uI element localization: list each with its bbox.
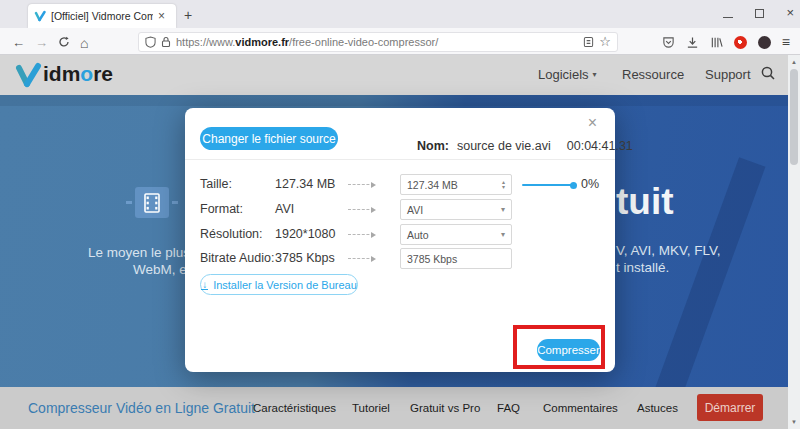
downloads-icon[interactable]	[686, 36, 699, 49]
size-input[interactable]: 127.34 MB ▴▾	[400, 174, 512, 195]
nav-item-support[interactable]: Support	[705, 67, 751, 82]
film-strip-icon	[135, 187, 169, 218]
hero-subtitle-frag-3: WebM, e	[133, 262, 187, 277]
footer-item-faq[interactable]: FAQ	[497, 402, 520, 414]
logo-wordmark: idmore	[43, 60, 113, 88]
progress-percent: 0%	[581, 177, 599, 191]
footer-item-caracteristiques[interactable]: Caractéristiques	[253, 402, 336, 414]
browser-tab[interactable]: [Officiel] Vidmore Compresseur ×	[28, 4, 176, 28]
tab-bar: [Officiel] Vidmore Compresseur × + ×	[0, 0, 800, 28]
tab-close-icon[interactable]: ×	[158, 9, 165, 23]
modal-close-icon[interactable]: ×	[588, 114, 597, 132]
forward-icon[interactable]: →	[35, 35, 48, 50]
vidmore-favicon-icon	[34, 10, 46, 22]
pocket-icon[interactable]	[662, 36, 675, 49]
install-desktop-button[interactable]: ↓ Installer la Version de Bureau	[200, 274, 358, 295]
spinner-icons[interactable]: ▴▾	[502, 180, 505, 190]
new-tab-button[interactable]: +	[184, 7, 192, 23]
chevron-down-icon: ▾	[501, 205, 505, 214]
bookmark-star-icon[interactable]: ☆	[599, 36, 611, 48]
hero-title-fragment: tuit	[616, 181, 674, 223]
row-taille: Taille: 127.34 MB 127.34 MB ▴▾ 0%	[200, 174, 600, 196]
site-header: idmore Logiciels ▾ Ressource Support	[0, 55, 800, 95]
shield-icon[interactable]	[145, 36, 156, 48]
tab-title: [Officiel] Vidmore Compresseur	[51, 10, 153, 22]
row-resolution: Résolution: 1920*1080 Auto ▾	[200, 224, 600, 246]
vidmore-logo[interactable]: idmore	[14, 60, 113, 88]
chevron-down-icon: ▾	[501, 230, 505, 239]
compression-slider[interactable]	[522, 184, 574, 186]
arrow-right-icon	[348, 258, 374, 259]
window-controls: ×	[723, 8, 794, 18]
hero-top-strip	[0, 95, 800, 106]
maximize-button[interactable]	[755, 9, 764, 18]
page-actions-icon[interactable]	[583, 36, 594, 48]
highlight-red-box	[513, 325, 605, 369]
name-label: Nom:	[417, 139, 449, 153]
footer-item-gratuit-vs-pro[interactable]: Gratuit vs Pro	[410, 402, 480, 414]
home-icon[interactable]: ⌂	[80, 35, 88, 51]
scrollbar-thumb[interactable]	[790, 69, 798, 165]
file-name-row: Nom: source de vie.avi 00:04:41.31	[417, 139, 633, 153]
footer-title-link[interactable]: Compresseur Vidéo en Ligne Gratuit	[28, 400, 255, 416]
scroll-up-icon[interactable]: ▲	[791, 59, 797, 65]
vidmore-logo-check-icon	[14, 62, 42, 88]
footer-item-commentaires[interactable]: Commentaires	[543, 402, 618, 414]
hero-subtitle-frag-1: Le moyen le plus	[88, 245, 190, 260]
menu-icon[interactable]: ≡	[782, 34, 790, 50]
duration-value: 00:04:41.31	[567, 139, 633, 153]
hero-subtitle-frag-4: t installé.	[616, 260, 669, 275]
modal-separator	[185, 159, 615, 160]
browser-window: [Officiel] Vidmore Compresseur × + × ← →…	[0, 0, 800, 429]
back-icon[interactable]: ←	[12, 35, 25, 50]
library-icon[interactable]	[710, 36, 723, 49]
chevron-down-icon: ▾	[593, 70, 597, 79]
lock-icon	[161, 36, 171, 48]
demarrer-button[interactable]: Démarrer	[697, 394, 763, 421]
arrow-right-icon	[348, 184, 374, 185]
row-format: Format: AVI AVI ▾	[200, 199, 600, 221]
account-avatar[interactable]	[758, 36, 771, 49]
row-bitrate: Bitrate Audio: 3785 Kbps 3785 Kbps	[200, 248, 600, 270]
site-footer: Compresseur Vidéo en Ligne Gratuit Carac…	[0, 387, 800, 429]
minimize-button[interactable]	[723, 8, 733, 18]
format-select[interactable]: AVI ▾	[400, 199, 512, 220]
adblock-extension-icon[interactable]	[734, 36, 747, 49]
footer-item-astuces[interactable]: Astuces	[637, 402, 678, 414]
bitrate-input[interactable]: 3785 Kbps	[400, 248, 512, 269]
download-icon: ↓	[201, 280, 208, 290]
reload-icon[interactable]	[58, 36, 70, 48]
change-source-button[interactable]: Changer le fichier source	[200, 127, 338, 150]
hero-subtitle-frag-2: V, AVI, MKV, FLV,	[616, 243, 721, 258]
slider-handle[interactable]	[570, 182, 577, 189]
url-scheme: https://www.	[176, 36, 235, 48]
url-path: /free-online-video-compressor/	[289, 36, 438, 48]
window-close-button[interactable]: ×	[786, 8, 794, 18]
arrow-right-icon	[348, 234, 374, 235]
nav-item-ressource[interactable]: Ressource	[622, 67, 684, 82]
url-bar[interactable]: https://www.vidmore.fr/free-online-video…	[138, 32, 618, 52]
nav-item-logiciels[interactable]: Logiciels ▾	[538, 67, 597, 82]
toolbar-extensions: ≡	[662, 32, 790, 52]
url-domain: vidmore.fr	[235, 36, 289, 48]
page-scrollbar[interactable]: ▲ ▼	[788, 55, 800, 429]
name-value: source de vie.avi	[457, 139, 551, 153]
footer-item-tutoriel[interactable]: Tutoriel	[352, 402, 390, 414]
arrow-right-icon	[348, 209, 374, 210]
search-icon[interactable]	[760, 65, 776, 81]
scroll-down-icon[interactable]: ▼	[791, 419, 797, 425]
resolution-select[interactable]: Auto ▾	[400, 224, 512, 245]
